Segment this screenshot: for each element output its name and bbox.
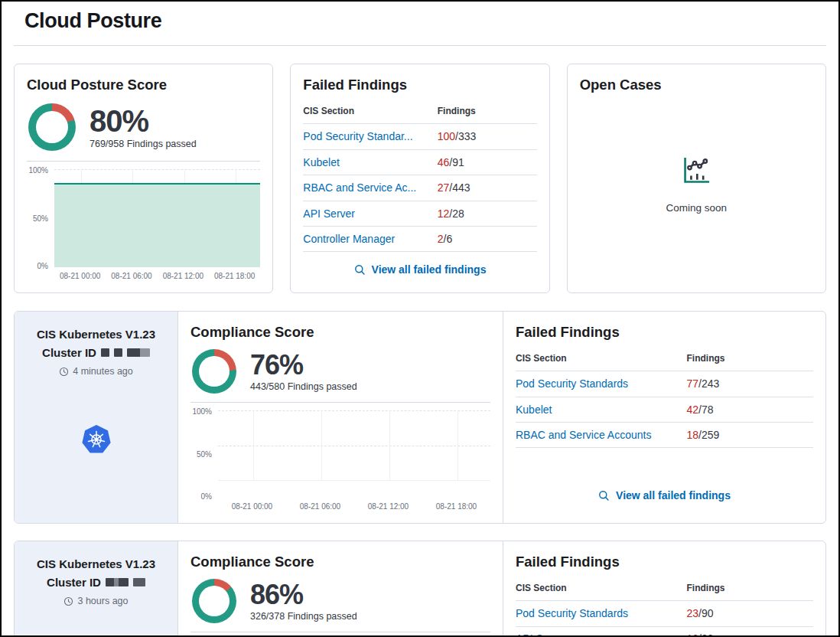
compliance-score-donut	[192, 579, 236, 623]
card-title: Cloud Posture Score	[27, 77, 260, 93]
findings-count: 42/78	[686, 403, 813, 416]
x-tick: 08-21 06:00	[286, 502, 354, 511]
failed-findings-summary-card: Failed Findings CIS Section Findings Pod…	[290, 64, 549, 293]
card-title: Compliance Score	[190, 324, 490, 341]
total-count: /6	[444, 233, 453, 245]
view-all-failed-findings-link[interactable]: View all failed findings	[598, 489, 731, 501]
view-all-failed-findings-link[interactable]: View all failed findings	[354, 263, 487, 276]
chart-y-axis: 100% 50% 0%	[27, 169, 54, 267]
page-header: Cloud Posture	[2, 2, 838, 33]
redacted-cluster-id	[101, 348, 109, 357]
last-updated-text: 3 hours ago	[77, 596, 128, 606]
cis-section-link[interactable]: RBAC and Service Accounts	[516, 429, 651, 441]
score-chart-divider	[27, 161, 260, 162]
view-all-label: View all failed findings	[616, 489, 731, 501]
posture-trend-chart: 100% 50% 0%	[27, 169, 260, 280]
col-findings: Findings	[686, 583, 813, 593]
findings-count: 46/91	[438, 156, 537, 168]
table-row: API Server 12/28	[303, 201, 536, 227]
x-tick: 08-21 00:00	[218, 502, 286, 511]
x-tick: 08-21 18:00	[209, 272, 260, 280]
kubernetes-logo-icon	[80, 423, 113, 457]
benchmark-row: CIS Kubernetes V1.23 Cluster ID 3 hours …	[14, 541, 826, 637]
view-all-label: View all failed findings	[372, 263, 487, 276]
total-count: /28	[698, 632, 713, 637]
x-tick: 08-21 12:00	[158, 272, 209, 280]
y-tick-100: 100%	[28, 166, 48, 175]
gridline-h	[218, 410, 490, 411]
chart-x-axis: 08-21 00:00 08-21 06:00 08-21 12:00 08-2…	[218, 498, 490, 511]
cis-section-link[interactable]: Kubelet	[516, 403, 552, 416]
failed-findings-table: CIS Section Findings Pod Security Standa…	[516, 577, 813, 637]
findings-count: 27/443	[438, 181, 537, 194]
cluster-id-line: Cluster ID	[47, 576, 145, 589]
card-title: Failed Findings	[303, 77, 536, 93]
clock-icon	[59, 367, 69, 377]
cis-section-link[interactable]: Controller Manager	[303, 233, 395, 245]
col-cis-section: CIS Section	[516, 353, 686, 364]
redacted-cluster-id	[127, 348, 150, 357]
benchmark-row: CIS Kubernetes V1.23 Cluster ID 4 minute…	[14, 311, 826, 524]
compliance-score-text: 86% 326/378 Findings passed	[250, 581, 357, 622]
y-tick-100: 100%	[192, 407, 212, 416]
visualization-chart-icon	[680, 155, 712, 187]
compliance-trend-chart: 100% 50% 0%	[190, 410, 490, 511]
x-tick: 08-21 00:00	[54, 272, 106, 280]
cis-section-link[interactable]: API Server	[516, 632, 568, 637]
cloud-posture-dashboard: Cloud Posture Cloud Posture Score 80% 76…	[0, 0, 840, 637]
gridline-v	[389, 410, 390, 481]
failed-count: 42	[686, 403, 698, 416]
score-trend-area-series	[54, 183, 260, 267]
clock-icon	[63, 596, 73, 606]
y-tick-0: 0%	[201, 492, 212, 501]
total-count: /243	[698, 377, 719, 390]
table-row: Controller Manager 2/6	[303, 226, 536, 252]
coming-soon-text: Coming soon	[666, 202, 728, 214]
compliance-score-percent: 76%	[250, 351, 357, 379]
total-count: /90	[698, 607, 713, 619]
cis-section-link[interactable]: Pod Security Standards	[516, 377, 628, 390]
gridline-v	[457, 410, 458, 481]
chart-plot-area	[218, 410, 490, 481]
summary-row: Cloud Posture Score 80% 769/958 Findings…	[14, 64, 826, 293]
table-header: CIS Section Findings	[516, 577, 813, 600]
last-updated: 3 hours ago	[63, 596, 128, 606]
redacted-cluster-id	[133, 578, 145, 586]
posture-score-subtitle: 769/958 Findings passed	[90, 139, 197, 149]
benchmark-name: CIS Kubernetes V1.23	[37, 557, 155, 570]
findings-count: 12/28	[686, 632, 813, 637]
cis-section-link[interactable]: Kubelet	[303, 156, 339, 168]
col-findings: Findings	[686, 353, 813, 364]
findings-count: 77/243	[686, 377, 813, 390]
last-updated: 4 minutes ago	[59, 366, 133, 377]
cis-section-link[interactable]: API Server	[303, 207, 355, 220]
table-row: Pod Security Standards 23/90	[516, 600, 813, 626]
redacted-cluster-id	[106, 578, 129, 586]
failed-count: 100	[438, 130, 455, 142]
failed-count: 12	[438, 207, 450, 220]
logo-wrap	[80, 606, 113, 637]
posture-score-block: 80% 769/958 Findings passed	[27, 103, 260, 151]
table-row: Kubelet 46/91	[303, 149, 536, 175]
failed-count: 27	[438, 181, 450, 194]
compliance-score-section: Compliance Score 76% 443/580 Findings pa…	[178, 312, 503, 523]
findings-count: 12/28	[438, 207, 537, 220]
cis-section-link[interactable]: RBAC and Service Ac...	[303, 181, 416, 194]
cis-section-link[interactable]: Pod Security Standards	[516, 607, 628, 619]
compliance-score-percent: 86%	[250, 581, 357, 609]
total-count: /91	[449, 156, 464, 168]
cis-section-link[interactable]: Pod Security Standar...	[303, 130, 412, 142]
open-cases-empty-state: Coming soon	[580, 93, 813, 280]
gridline-v	[253, 410, 254, 481]
failed-count: 23	[686, 607, 698, 619]
posture-score-percent: 80%	[90, 106, 197, 136]
findings-count: 2/6	[438, 233, 537, 245]
failed-findings-table: CIS Section Findings Pod Security Standa…	[516, 347, 813, 448]
col-findings: Findings	[438, 106, 537, 116]
cluster-summary-panel: CIS Kubernetes V1.23 Cluster ID 4 minute…	[15, 312, 178, 523]
card-title: Failed Findings	[516, 554, 813, 570]
table-row: RBAC and Service Ac... 27/443	[303, 175, 536, 201]
cluster-id-line: Cluster ID	[42, 346, 150, 359]
failed-count: 2	[438, 233, 444, 245]
y-tick-0: 0%	[37, 262, 48, 270]
